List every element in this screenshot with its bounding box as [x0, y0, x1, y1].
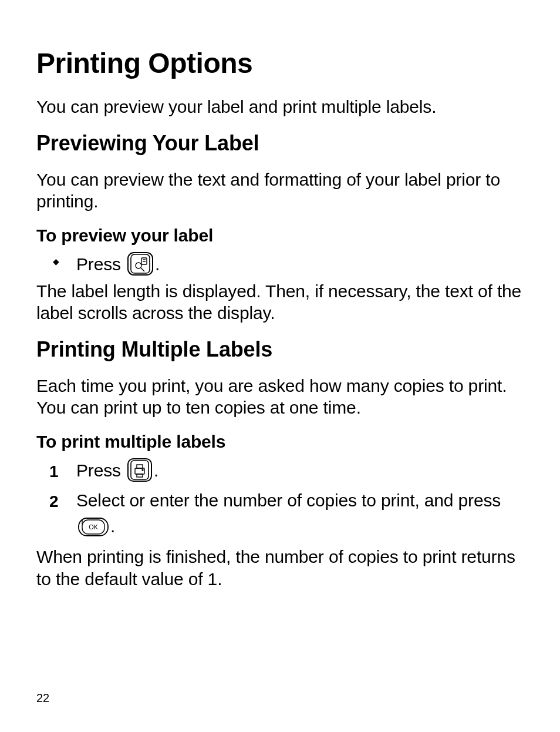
manual-page: Printing Options You can preview your la… [0, 0, 560, 732]
step-text-post: . [110, 516, 115, 536]
step-text-pre: Press [76, 254, 126, 274]
multiple-procedure-title: To print multiple labels [36, 432, 526, 452]
multiple-after-paragraph: When printing is finished, the number of… [36, 546, 526, 590]
preview-key-icon [127, 251, 154, 276]
ok-key-icon: OK [77, 517, 109, 537]
step-text-pre: Press [76, 461, 126, 480]
step-text-post: . [155, 254, 160, 274]
preview-procedure-title: To preview your label [36, 226, 526, 246]
multiple-step-1: Press . [49, 458, 526, 483]
multiple-body: Each time you print, you are asked how m… [36, 375, 526, 419]
preview-step-1: Press . [59, 251, 526, 277]
svg-line-3 [141, 268, 144, 271]
section-previewing-title: Previewing Your Label [36, 131, 526, 156]
intro-paragraph: You can preview your label and print mul… [36, 96, 526, 118]
preview-steps: Press . [36, 251, 526, 277]
svg-point-12 [142, 469, 143, 471]
svg-point-2 [136, 263, 141, 268]
previewing-body: You can preview the text and formatting … [36, 169, 526, 213]
svg-text:OK: OK [89, 523, 98, 530]
svg-rect-11 [137, 474, 143, 477]
section-multiple-title: Printing Multiple Labels [36, 337, 526, 362]
svg-rect-10 [137, 465, 143, 468]
step-text-pre: Select or enter the number of copies to … [76, 491, 501, 510]
multiple-steps: Press . Select or enter the number of co… [36, 458, 526, 539]
page-number: 22 [36, 691, 49, 705]
svg-rect-8 [131, 461, 149, 479]
print-key-icon [127, 458, 153, 482]
page-title: Printing Options [36, 47, 526, 79]
multiple-step-2: Select or enter the number of copies to … [49, 488, 526, 539]
step-text-post: . [154, 461, 158, 480]
preview-after-paragraph: The label length is displayed. Then, if … [36, 280, 526, 324]
